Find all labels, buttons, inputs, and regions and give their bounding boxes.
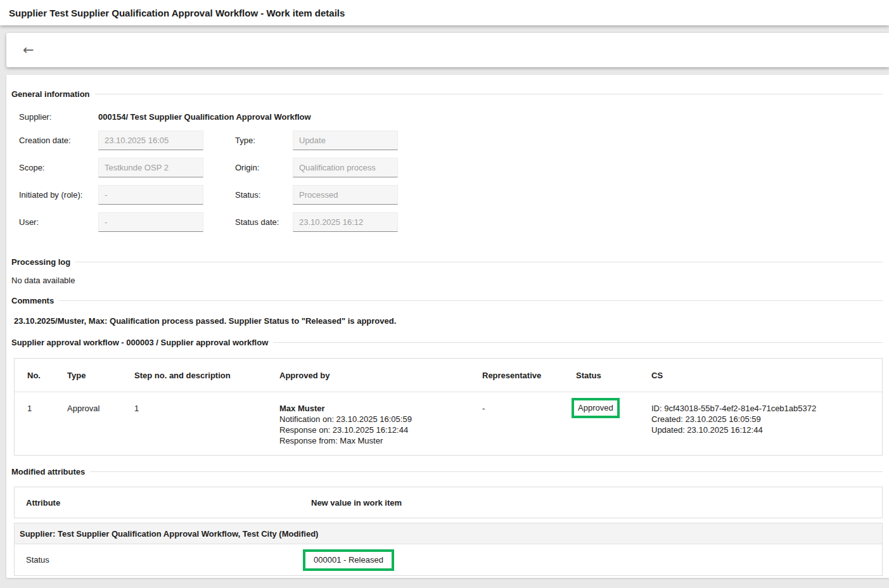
col-header-attribute: Attribute (15, 498, 311, 508)
section-general-information: General information (11, 89, 883, 99)
col-header-status: Status (576, 371, 651, 380)
supplier-row: Supplier: 000154/ Test Supplier Qualific… (19, 112, 311, 122)
status-highlight-badge: Approved (572, 398, 620, 418)
modified-attributes-header-table: Attribute New value in work item (14, 487, 883, 518)
status-date-value: 23.10.2025 16:12 (299, 217, 363, 227)
status-field[interactable]: Processed (293, 185, 398, 205)
type-label: Type: (235, 136, 293, 145)
processing-log-empty-text: No data available (11, 276, 75, 285)
status-date-label: Status date: (235, 217, 293, 227)
field-row: Creation date: 23.10.2025 16:05 Type: Up… (19, 131, 398, 150)
notification-on: Notification on: 23.10.2025 16:05:59 (279, 414, 482, 425)
cs-id: ID: 9cf43018-55b7-4ef2-81e4-71ceb1ab5372 (651, 403, 882, 414)
user-label: User: (19, 217, 98, 227)
section-title: Processing log (11, 257, 70, 267)
section-approval-workflow: Supplier approval workflow - 000003 / Su… (11, 337, 883, 348)
section-title: General information (11, 89, 90, 99)
creation-date-value: 23.10.2025 16:05 (105, 136, 169, 145)
approval-workflow-table: No. Type Step no. and description Approv… (14, 358, 883, 456)
field-row: Scope: Testkunde OSP 2 Origin: Qualifica… (19, 158, 398, 177)
col-header-approved-by: Approved by (279, 371, 482, 380)
type-field[interactable]: Update (293, 131, 398, 150)
back-button[interactable]: ← (18, 41, 39, 60)
back-arrow-icon: ← (23, 42, 34, 58)
user-field[interactable]: - (98, 212, 203, 232)
user-value: - (105, 217, 107, 227)
response-on: Response on: 23.10.2025 16:12:44 (279, 425, 482, 435)
main-panel: General information Supplier: 000154/ Te… (6, 75, 889, 578)
scope-field[interactable]: Testkunde OSP 2 (98, 158, 203, 177)
table-row: Status 000001 - Released (15, 544, 882, 575)
toolbar: ← (6, 33, 889, 67)
origin-field[interactable]: Qualification process (293, 158, 398, 177)
initiated-by-label: Initiated by (role): (19, 190, 98, 200)
cs-created: Created: 23.10.2025 16:05:59 (651, 414, 882, 425)
section-title: Supplier approval workflow - 000003 / Su… (11, 338, 268, 347)
col-header-type: Type (67, 371, 134, 380)
page-title: Supplier Test Supplier Qualification App… (9, 8, 345, 18)
supplier-value: 000154/ Test Supplier Qualification Appr… (98, 112, 311, 122)
type-value: Update (299, 136, 326, 145)
modified-attributes-header-row: Attribute New value in work item (15, 487, 882, 518)
table-row: 1 Approval 1 Max Muster Notification on:… (15, 392, 882, 456)
cell-no: 1 (15, 392, 67, 424)
cell-approved-by: Max Muster Notification on: 23.10.2025 1… (279, 392, 482, 456)
creation-date-label: Creation date: (19, 136, 98, 145)
status-value: Processed (299, 190, 338, 200)
supplier-label: Supplier: (19, 112, 98, 122)
work-item-details-page: Supplier Test Supplier Qualification App… (0, 0, 889, 588)
initiated-by-field[interactable]: - (98, 185, 203, 205)
section-rule (90, 471, 883, 472)
section-rule (95, 94, 883, 94)
scope-label: Scope: (19, 163, 98, 172)
status-label: Status: (235, 190, 293, 200)
cell-type: Approval (67, 392, 134, 424)
origin-label: Origin: (235, 163, 293, 172)
creation-date-field[interactable]: 23.10.2025 16:05 (98, 131, 203, 150)
cell-step: 1 (134, 392, 279, 424)
modified-attributes-group-table: Supplier: Test Supplier Qualification Ap… (14, 523, 883, 576)
col-header-cs: CS (651, 371, 882, 380)
initiated-by-value: - (105, 190, 107, 200)
cs-updated: Updated: 23.10.2025 16:12:44 (651, 425, 882, 435)
new-value-highlight-badge: 000001 - Released (303, 549, 394, 571)
modified-attributes-group-header: Supplier: Test Supplier Qualification Ap… (15, 523, 882, 544)
cell-attribute: Status (15, 555, 311, 565)
response-from: Response from: Max Muster (279, 435, 482, 446)
field-row: Initiated by (role): - Status: Processed (19, 185, 398, 205)
section-processing-log: Processing log (11, 257, 883, 267)
field-row: User: - Status date: 23.10.2025 16:12 (19, 212, 398, 232)
approval-table-header-row: No. Type Step no. and description Approv… (15, 359, 882, 392)
title-bar: Supplier Test Supplier Qualification App… (0, 0, 889, 25)
comment-entry: 23.10.2025/Muster, Max: Qualification pr… (14, 316, 396, 326)
scope-value: Testkunde OSP 2 (105, 163, 169, 172)
section-rule (273, 342, 883, 343)
cell-representative: - (482, 392, 576, 424)
section-modified-attributes: Modified attributes (11, 466, 883, 477)
col-header-no: No. (15, 371, 67, 380)
col-header-step: Step no. and description (134, 371, 279, 380)
cell-cs: ID: 9cf43018-55b7-4ef2-81e4-71ceb1ab5372… (651, 392, 882, 445)
cell-new-value: 000001 - Released (311, 549, 882, 571)
section-title: Modified attributes (11, 467, 85, 476)
col-header-representative: Representative (482, 371, 576, 380)
section-comments: Comments (11, 295, 883, 306)
cell-status: Approved (576, 392, 651, 418)
origin-value: Qualification process (299, 163, 376, 172)
section-rule (59, 300, 883, 301)
approver-name: Max Muster (279, 403, 482, 414)
col-header-new-value: New value in work item (311, 498, 882, 508)
section-title: Comments (11, 296, 54, 305)
section-rule (75, 262, 883, 262)
status-date-field[interactable]: 23.10.2025 16:12 (293, 212, 398, 232)
